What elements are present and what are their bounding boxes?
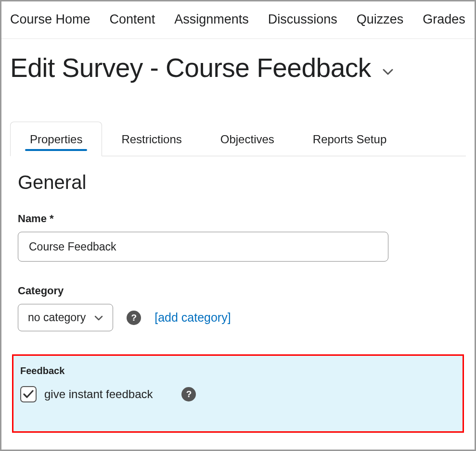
survey-name-input[interactable] [18, 232, 388, 262]
nav-quizzes[interactable]: Quizzes [357, 12, 404, 27]
page-title: Edit Survey - Course Feedback [10, 52, 371, 83]
chevron-down-icon[interactable] [383, 69, 393, 75]
tab-objectives[interactable]: Objectives [201, 122, 294, 156]
nav-assignments[interactable]: Assignments [174, 12, 249, 27]
help-icon[interactable]: ? [127, 311, 141, 325]
tabs-container: Properties Restrictions Objectives Repor… [1, 122, 475, 156]
category-field-label: Category [18, 285, 458, 297]
top-nav: Course Home Content Assignments Discussi… [1, 1, 475, 39]
properties-panel: General Name * Category no category ? [a… [1, 156, 475, 433]
feedback-heading: Feedback [20, 365, 456, 376]
section-heading-general: General [18, 172, 458, 193]
add-category-link[interactable]: [add category] [154, 311, 231, 325]
instant-feedback-checkbox[interactable] [20, 386, 37, 402]
chevron-down-icon [94, 311, 103, 324]
help-icon[interactable]: ? [181, 387, 196, 401]
tab-restrictions[interactable]: Restrictions [102, 122, 201, 156]
nav-course-home[interactable]: Course Home [10, 12, 90, 27]
name-field-label: Name * [18, 213, 458, 225]
nav-content[interactable]: Content [110, 12, 155, 27]
instant-feedback-label: give instant feedback [44, 388, 153, 401]
nav-discussions[interactable]: Discussions [268, 12, 337, 27]
category-selected-value: no category [28, 311, 86, 324]
page-title-row: Edit Survey - Course Feedback [1, 39, 475, 88]
tab-properties[interactable]: Properties [10, 122, 102, 156]
tab-reports-setup[interactable]: Reports Setup [294, 122, 406, 156]
nav-grades[interactable]: Grades [423, 12, 465, 27]
category-select[interactable]: no category [18, 304, 113, 331]
feedback-highlight-region: Feedback give instant feedback ? [12, 354, 464, 433]
